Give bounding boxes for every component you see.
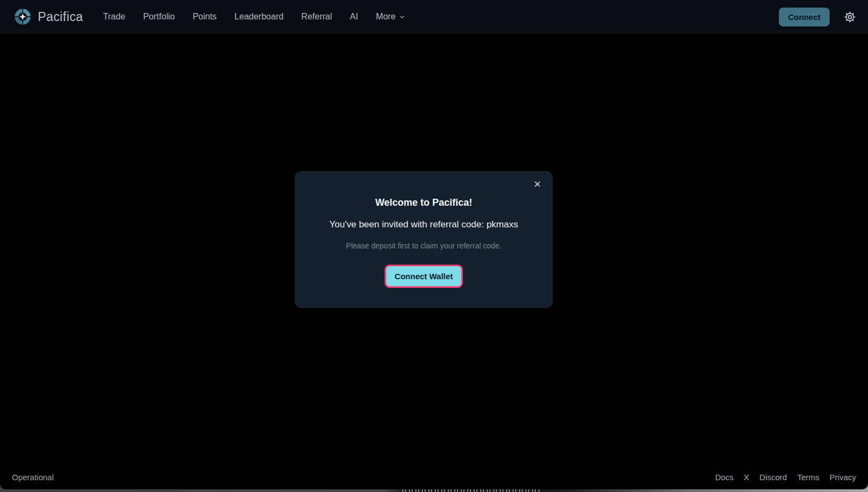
- brand-home-link[interactable]: Pacifica: [13, 7, 83, 26]
- nav-link-points[interactable]: Points: [193, 12, 217, 22]
- footer-links: Docs X Discord Terms Privacy: [715, 473, 856, 482]
- app-surface: Pacifica Trade Portfolio Points Leaderbo…: [0, 0, 868, 489]
- welcome-modal: ✕ Welcome to Pacifica! You've been invit…: [295, 171, 553, 308]
- referral-invite-text: You've been invited with referral code: …: [295, 219, 552, 230]
- footer-link-discord[interactable]: Discord: [759, 473, 787, 482]
- footer-link-x[interactable]: X: [744, 473, 749, 482]
- gear-icon: [844, 11, 856, 23]
- footer-link-privacy[interactable]: Privacy: [830, 473, 856, 482]
- nav-link-ai[interactable]: AI: [350, 12, 358, 22]
- nav-link-leaderboard[interactable]: Leaderboard: [234, 12, 284, 22]
- footer: Operational Docs X Discord Terms Privacy: [0, 464, 868, 489]
- close-icon[interactable]: ✕: [534, 180, 541, 189]
- pacifica-logo-icon: [13, 7, 32, 26]
- nav-link-more[interactable]: More: [376, 12, 406, 22]
- nav-link-referral[interactable]: Referral: [301, 12, 332, 22]
- connect-wallet-button[interactable]: Connect Wallet: [385, 265, 463, 288]
- nav-link-more-label: More: [376, 12, 395, 22]
- modal-title: Welcome to Pacifica!: [295, 197, 552, 208]
- clipped-bottom-text: [402, 489, 540, 492]
- chevron-down-icon: [399, 14, 406, 21]
- footer-link-terms[interactable]: Terms: [797, 473, 819, 482]
- status-indicator[interactable]: Operational: [12, 473, 54, 482]
- nav-link-portfolio[interactable]: Portfolio: [143, 12, 175, 22]
- top-navbar: Pacifica Trade Portfolio Points Leaderbo…: [0, 0, 868, 33]
- deposit-note-text: Please deposit first to claim your refer…: [295, 241, 552, 250]
- brand-name: Pacifica: [38, 10, 83, 24]
- modal-actions: Connect Wallet: [295, 265, 552, 288]
- nav-link-trade[interactable]: Trade: [103, 12, 125, 22]
- footer-link-docs[interactable]: Docs: [715, 473, 734, 482]
- main-nav: Trade Portfolio Points Leaderboard Refer…: [103, 12, 406, 22]
- navbar-right: Connect: [779, 8, 856, 26]
- connect-button[interactable]: Connect: [779, 8, 830, 26]
- settings-button[interactable]: [844, 11, 856, 23]
